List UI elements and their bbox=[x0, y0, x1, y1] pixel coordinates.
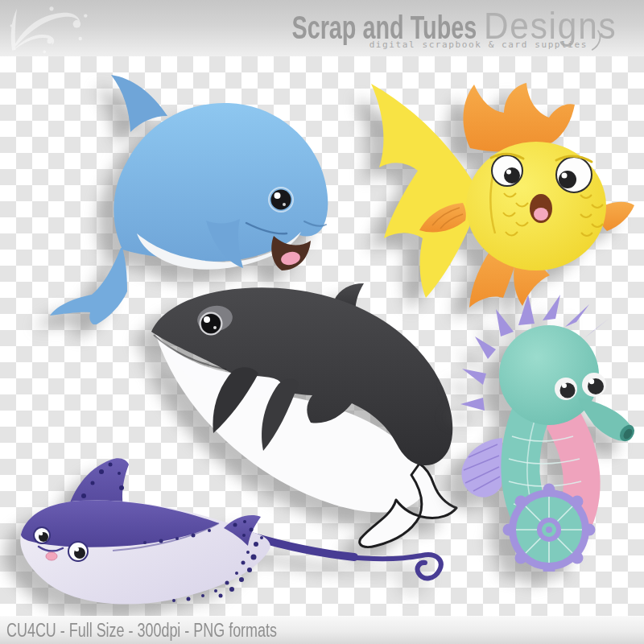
clipart-preview-sheet: Scrap and Tubes Designs digital scrapboo… bbox=[0, 0, 644, 644]
brand-tagline: digital scrapbook & card supplies bbox=[369, 39, 588, 50]
goldfish-illustration bbox=[339, 74, 637, 314]
header-banner: Scrap and Tubes Designs digital scrapboo… bbox=[0, 0, 644, 56]
tagline-swoosh-icon bbox=[591, 29, 605, 52]
brand-title: Scrap and Tubes Designs bbox=[220, 6, 632, 44]
product-info-text: CU4CU - Full Size - 300dpi - PNG formats bbox=[6, 617, 277, 644]
footer-info-bar: CU4CU - Full Size - 300dpi - PNG formats bbox=[0, 616, 644, 644]
brand-name: Scrap and Tubes bbox=[291, 11, 477, 43]
stingray-illustration bbox=[16, 457, 467, 614]
swirl-flourish-icon bbox=[6, 4, 97, 54]
seahorse-illustration bbox=[451, 291, 640, 572]
